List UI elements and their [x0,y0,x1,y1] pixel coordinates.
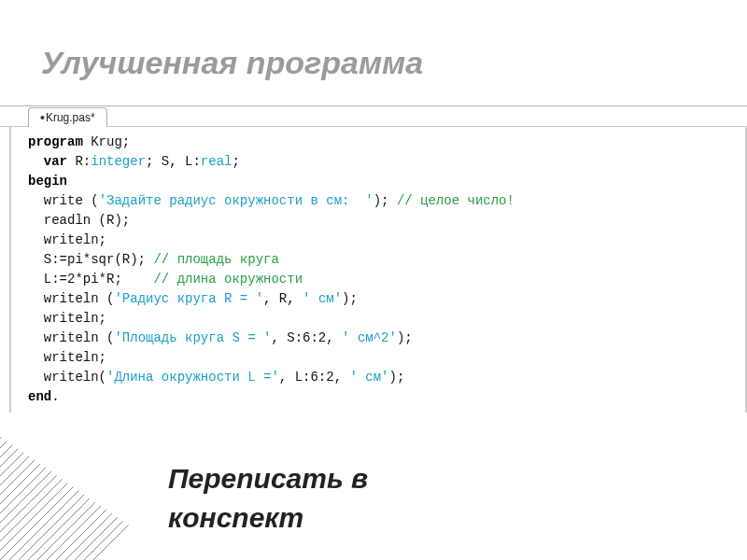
comment: // площадь круга [153,252,278,267]
code-line: writeln; [28,231,745,250]
slide-title: Улучшенная программа [41,45,747,81]
svg-line-2 [0,411,159,560]
code-text: ); [342,291,358,306]
code-text: , R, [263,291,303,306]
subtitle-line-1: Переписать в [168,459,368,498]
code-text: ); [389,370,405,385]
tab-krug[interactable]: • Krug.pas* [28,107,107,127]
string-literal: 'Длина окружности L =' [106,370,279,385]
code-text: L:=2*pi*R; [28,272,153,287]
kw-begin: begin [28,174,67,189]
code-text: writeln( [28,370,106,385]
tab-modified-dot-icon: • [40,112,45,123]
code-line: writeln('Длина окружности L =', L:6:2, '… [28,368,745,387]
svg-line-6 [0,411,196,560]
string-literal: ' см' [303,291,342,306]
type-real: real [201,154,233,169]
kw-var: var [28,154,67,169]
string-literal: ' см^2' [342,330,397,345]
code-text: , S:6:2, [271,330,342,345]
code-line: end. [28,387,745,407]
code-line: writeln ('Площадь круга S = ', S:6:2, ' … [28,329,745,348]
subtitle-line-2: конспект [168,498,368,538]
kw-program: program [28,134,83,149]
code-line: begin [28,172,745,191]
svg-line-1 [0,411,149,560]
code-text: ); [397,330,413,345]
code-line: writeln; [28,309,745,329]
code-text: write ( [28,193,99,208]
code-editor-panel: • Krug.pas* program Krug; var R:integer;… [0,105,747,413]
code-line: writeln ('Радиус круга R = ', R, ' см'); [28,289,745,309]
kw-end: end [28,389,51,404]
tab-label: Krug.pas* [46,108,95,127]
code-line: program Krug; [28,133,745,152]
code-text: ; [232,154,239,169]
code-area: program Krug; var R:integer; S, L:real; … [9,127,747,413]
svg-line-3 [0,411,168,560]
type-integer: integer [91,154,146,169]
code-text: readln (R); [28,213,130,228]
code-text: writeln; [28,232,106,247]
code-text: writeln ( [28,291,114,306]
code-line: readln (R); [28,211,745,231]
comment: // длина окружности [153,272,303,287]
string-literal: 'Площадь круга S = ' [114,330,271,345]
string-literal: 'Задайте радиус окружности в см: ' [99,193,374,208]
code-text: writeln; [28,311,106,326]
code-text: S:=pi*sqr(R); [28,252,153,267]
code-line: write ('Задайте радиус окружности в см: … [28,191,745,211]
svg-line-4 [0,411,177,560]
code-text: Krug; [83,134,130,149]
code-line: L:=2*pi*R; // длина окружности [28,270,745,289]
subtitle-note: Переписать в конспект [168,459,368,538]
code-text: ); [374,193,397,208]
code-text: writeln ( [28,330,114,345]
code-text: writeln; [28,350,106,365]
comment: // целое число! [397,193,514,208]
tab-strip: • Krug.pas* [0,106,747,127]
code-line: writeln; [28,348,745,368]
code-line: S:=pi*sqr(R); // площадь круга [28,250,745,270]
string-literal: ' см' [349,370,388,385]
code-text: ; S, L: [146,154,201,169]
code-line: var R:integer; S, L:real; [28,152,745,172]
svg-line-5 [0,411,187,560]
code-text: . [51,389,59,404]
string-literal: 'Радиус круга R = ' [114,291,263,306]
code-text: , L:6:2, [279,370,350,385]
code-text: R: [67,154,91,169]
